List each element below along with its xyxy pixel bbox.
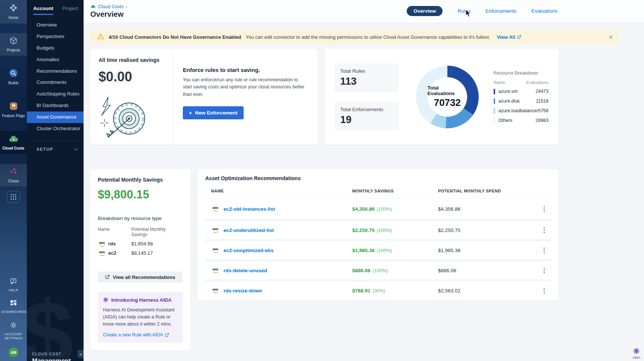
- breakdown-value: 5758: [538, 108, 548, 113]
- aws-icon: aws: [211, 206, 219, 211]
- sidebar-item-budgets[interactable]: Budgets: [27, 43, 84, 54]
- governance-stats-card: Total Rules 113 Total Enforcements 19 To…: [325, 49, 558, 145]
- row-menu-button[interactable]: [537, 226, 551, 235]
- aida-icon: ❋: [633, 347, 640, 355]
- breakdown-value: 28983: [535, 118, 548, 123]
- sidebar-item-overview[interactable]: Overview: [27, 19, 84, 31]
- resource-savings: $8,145.17: [131, 250, 153, 256]
- rail-label: Chaos: [8, 179, 19, 183]
- resource-breakdown-title: Resource Breakdown: [494, 70, 548, 76]
- external-link-icon: [165, 333, 169, 337]
- monthly-spend-value: $2,250.75: [438, 227, 537, 233]
- create-rule-with-aida-link[interactable]: Create a new Rule with AIDA: [103, 332, 178, 338]
- tab-overview[interactable]: Overview: [407, 6, 443, 16]
- sidebar-item-autostopping-rules[interactable]: AutoStopping Rules: [27, 88, 84, 100]
- view-all-recommendations-button[interactable]: View all Recommendations: [98, 271, 183, 283]
- row-menu-button[interactable]: [537, 205, 551, 213]
- savings-percent: (100%): [377, 248, 392, 253]
- dashboards-button[interactable]: DASHBOARDS: [1, 299, 25, 314]
- recommendation-link[interactable]: ec2-old-instances-list: [223, 206, 275, 212]
- close-icon[interactable]: ✕: [608, 34, 613, 41]
- sidebar-item-anomalies[interactable]: Anomalies: [27, 54, 84, 66]
- projects-icon: [9, 36, 18, 47]
- sidebar-item-cluster-orchestrator[interactable]: Cluster Orchestrator: [27, 123, 84, 135]
- rail-item-projects[interactable]: Projects: [0, 33, 27, 56]
- recommendation-link[interactable]: rds-delete-unused: [223, 268, 267, 273]
- table-row: aws ec2-old-instances-list $4,356.86(100…: [205, 199, 551, 219]
- realised-savings-amount: $0.00: [99, 69, 173, 85]
- breadcrumb: Cloud Costs ›: [90, 3, 127, 10]
- donut-center-value: 70732: [434, 97, 461, 109]
- breakdown-by-type-title: Breakdown by resource type: [98, 216, 183, 221]
- total-enforcements-label: Total Enforcements: [340, 107, 393, 112]
- rail-item-cloud-costs[interactable]: $ Cloud Costs: [0, 131, 27, 154]
- aws-icon: aws: [211, 227, 219, 233]
- sidebar-item-perspectives[interactable]: Perspectives: [27, 31, 84, 43]
- recommendation-link[interactable]: rds-resize-down: [223, 288, 262, 293]
- row-menu-button[interactable]: [537, 286, 551, 295]
- breadcrumb-cloud-costs[interactable]: Cloud Costs: [98, 4, 124, 9]
- recommendation-link[interactable]: ec2-unoptimized-ebs: [223, 248, 273, 253]
- home-icon: [9, 3, 18, 14]
- savings-percent: (30%): [373, 288, 385, 293]
- rail-label: Projects: [7, 48, 20, 53]
- rail-label: Feature Flags: [2, 114, 25, 118]
- rail-item-builds[interactable]: Builds: [0, 65, 27, 89]
- row-menu-button[interactable]: [537, 266, 551, 275]
- external-link-icon: [517, 35, 521, 39]
- monthly-savings-value: $4,356.86: [352, 206, 375, 212]
- top-nav: Overview Rules Enforcements Evaluations: [407, 6, 557, 16]
- recommendation-link[interactable]: ec2-underutilized-list: [223, 227, 274, 233]
- potential-savings-card: Potential Monthly Savings $9,800.15 Brea…: [90, 169, 190, 350]
- view-all-link[interactable]: View All: [497, 34, 521, 40]
- sidebar-item-recommendations[interactable]: Recommendations: [27, 66, 84, 77]
- tab-account[interactable]: Account: [33, 6, 53, 15]
- sidebar-collapse-button[interactable]: ◂: [78, 350, 84, 358]
- sidebar-item-asset-governance[interactable]: Asset Governance: [27, 112, 84, 123]
- new-enforcement-button[interactable]: + New Enforcement: [183, 106, 244, 119]
- aida-fab-button[interactable]: ❋ AIDA: [632, 347, 640, 360]
- apps-grid-icon[interactable]: [7, 191, 20, 203]
- setup-section-toggle[interactable]: SETUP: [27, 141, 84, 151]
- aws-icon: aws: [211, 248, 219, 253]
- chaos-icon: [9, 167, 18, 178]
- banner-title: 4/10 Cloud Connectors Do Not Have Govern…: [109, 34, 241, 40]
- sidebar-item-bi-dashboards[interactable]: BI Dashboards: [27, 100, 84, 112]
- main-content: Cloud Costs › Overview Overview Rules En…: [84, 0, 644, 361]
- breakdown-row: azure.loadbalancer 5758: [494, 108, 548, 114]
- user-avatar[interactable]: AM: [9, 348, 18, 357]
- potential-name-col: Name: [98, 227, 131, 237]
- resource-breakdown: Resource Breakdown Name Evaluations azur…: [494, 70, 548, 123]
- module-label: CLOUD COST Management: [32, 352, 71, 361]
- sidebar-item-commitments[interactable]: Commitments: [27, 77, 84, 88]
- table-row: aws ec2-unoptimized-ebs $1,985.36(100%) …: [205, 239, 551, 259]
- resource-name: rds: [108, 241, 116, 247]
- donut-center: Total Evaluations 70732: [428, 77, 467, 117]
- recommendations-title: Asset Optimization Recommendations: [205, 175, 551, 181]
- realised-savings-title: All time realised savings: [99, 57, 173, 63]
- table-row: aws ec2 $8,145.17: [98, 250, 183, 256]
- total-enforcements-stat: Total Enforcements 19: [335, 102, 399, 131]
- account-settings-label: ACCOUNT SETTINGS: [1, 332, 25, 341]
- account-settings-button[interactable]: ACCOUNT SETTINGS: [1, 321, 25, 341]
- rail-item-feature-flags[interactable]: Feature Flags: [0, 98, 27, 122]
- tab-rules[interactable]: Rules: [457, 8, 471, 14]
- col-monthly-savings: MONTHLY SAVINGS: [352, 189, 438, 193]
- row-menu-button[interactable]: [537, 246, 551, 255]
- warning-icon: [97, 33, 104, 41]
- enforce-title: Enforce rules to start saving.: [183, 67, 307, 73]
- monthly-savings-value: $886.08: [352, 268, 371, 273]
- aida-title: Introducing Harness AIDA: [111, 297, 171, 303]
- help-button[interactable]: ? HELP: [9, 278, 18, 293]
- rail-item-chaos[interactable]: Chaos: [0, 164, 27, 187]
- tab-project[interactable]: Project: [62, 6, 78, 15]
- tab-evaluations[interactable]: Evaluations: [531, 8, 557, 14]
- external-link-icon: [105, 275, 110, 279]
- monthly-spend-value: $1,985.36: [438, 248, 537, 253]
- table-row: aws rds-delete-unused $886.08(100%) $886…: [205, 259, 551, 279]
- rail-item-home[interactable]: Home: [0, 0, 27, 23]
- rail-label: Builds: [8, 81, 18, 85]
- tab-enforcements[interactable]: Enforcements: [485, 8, 516, 14]
- enforce-description: You can enforce/run any rule or rule rec…: [183, 76, 307, 98]
- breakdown-row: azure.disk 11518: [494, 98, 548, 104]
